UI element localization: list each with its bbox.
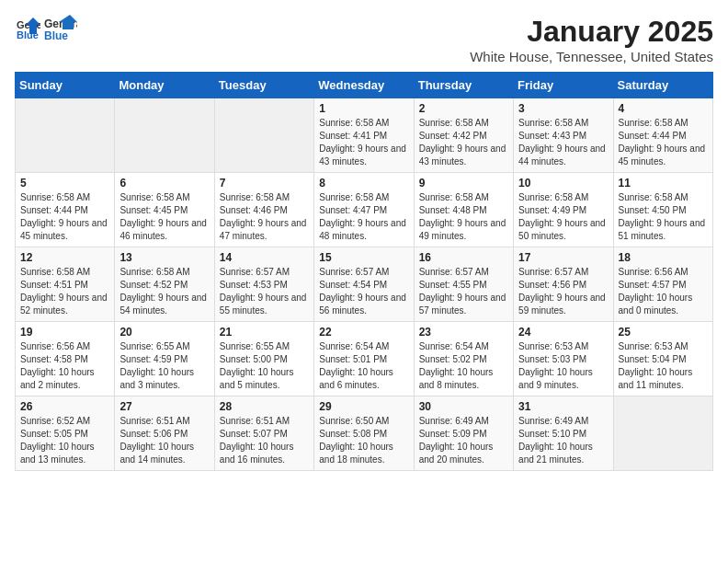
weekday-header-sunday: Sunday [16,73,115,98]
day-info: Sunrise: 6:54 AM Sunset: 5:01 PM Dayligh… [319,340,408,392]
page-header: General Blue General Blue January 2025 W… [15,15,713,64]
month-year-title: January 2025 [470,15,713,49]
day-info: Sunrise: 6:56 AM Sunset: 4:57 PM Dayligh… [619,266,708,317]
day-number: 21 [220,326,309,339]
weekday-header-row: SundayMondayTuesdayWednesdayThursdayFrid… [16,73,713,98]
day-number: 10 [518,177,608,190]
calendar-cell: 25Sunrise: 6:53 AM Sunset: 5:04 PM Dayli… [613,322,712,396]
calendar-cell: 12Sunrise: 6:58 AM Sunset: 4:51 PM Dayli… [16,247,115,322]
calendar-cell: 16Sunrise: 6:57 AM Sunset: 4:55 PM Dayli… [414,247,513,322]
calendar-cell: 20Sunrise: 6:55 AM Sunset: 4:59 PM Dayli… [115,322,214,396]
day-number: 31 [518,400,608,413]
calendar-cell: 17Sunrise: 6:57 AM Sunset: 4:56 PM Dayli… [514,247,613,322]
calendar-cell [16,98,115,173]
day-info: Sunrise: 6:56 AM Sunset: 4:58 PM Dayligh… [20,340,109,392]
calendar-cell [214,98,313,173]
day-info: Sunrise: 6:55 AM Sunset: 5:00 PM Dayligh… [220,340,309,392]
day-number: 17 [518,251,608,264]
day-number: 15 [319,251,408,264]
day-number: 22 [319,326,408,339]
calendar-cell: 9Sunrise: 6:58 AM Sunset: 4:48 PM Daylig… [414,173,513,247]
day-info: Sunrise: 6:58 AM Sunset: 4:49 PM Dayligh… [518,191,608,243]
day-info: Sunrise: 6:57 AM Sunset: 4:53 PM Dayligh… [220,266,309,317]
day-info: Sunrise: 6:58 AM Sunset: 4:41 PM Dayligh… [319,117,408,168]
calendar-cell: 19Sunrise: 6:56 AM Sunset: 4:58 PM Dayli… [16,322,115,396]
day-info: Sunrise: 6:57 AM Sunset: 4:54 PM Dayligh… [319,266,408,317]
day-info: Sunrise: 6:53 AM Sunset: 5:03 PM Dayligh… [518,340,608,392]
calendar-cell: 30Sunrise: 6:49 AM Sunset: 5:09 PM Dayli… [414,396,513,471]
day-info: Sunrise: 6:52 AM Sunset: 5:05 PM Dayligh… [20,415,109,466]
day-number: 27 [119,400,209,413]
day-info: Sunrise: 6:51 AM Sunset: 5:07 PM Dayligh… [220,415,309,466]
calendar-cell: 4Sunrise: 6:58 AM Sunset: 4:44 PM Daylig… [613,98,712,173]
title-block: January 2025 White House, Tennessee, Uni… [470,15,713,64]
logo-blue-text: Blue [44,29,68,42]
day-number: 13 [119,251,209,264]
calendar-cell: 31Sunrise: 6:49 AM Sunset: 5:10 PM Dayli… [514,396,613,471]
calendar-cell: 26Sunrise: 6:52 AM Sunset: 5:05 PM Dayli… [16,396,115,471]
location-subtitle: White House, Tennessee, United States [470,49,713,64]
day-number: 8 [319,177,408,190]
calendar-cell: 6Sunrise: 6:58 AM Sunset: 4:45 PM Daylig… [115,173,214,247]
calendar-cell: 14Sunrise: 6:57 AM Sunset: 4:53 PM Dayli… [214,247,313,322]
day-info: Sunrise: 6:57 AM Sunset: 4:56 PM Dayligh… [518,266,608,317]
calendar-cell: 22Sunrise: 6:54 AM Sunset: 5:01 PM Dayli… [314,322,414,396]
day-info: Sunrise: 6:58 AM Sunset: 4:51 PM Dayligh… [20,266,109,317]
calendar-cell: 24Sunrise: 6:53 AM Sunset: 5:03 PM Dayli… [514,322,613,396]
day-number: 14 [220,251,309,264]
day-number: 26 [20,400,109,413]
day-info: Sunrise: 6:53 AM Sunset: 5:04 PM Dayligh… [619,340,708,392]
calendar-week-row: 26Sunrise: 6:52 AM Sunset: 5:05 PM Dayli… [16,396,713,471]
day-info: Sunrise: 6:49 AM Sunset: 5:10 PM Dayligh… [518,415,608,466]
day-number: 3 [518,102,608,115]
calendar-cell: 21Sunrise: 6:55 AM Sunset: 5:00 PM Dayli… [214,322,313,396]
weekday-header-friday: Friday [514,73,613,98]
calendar-cell: 7Sunrise: 6:58 AM Sunset: 4:46 PM Daylig… [214,173,313,247]
calendar-cell: 2Sunrise: 6:58 AM Sunset: 4:42 PM Daylig… [414,98,513,173]
calendar-cell: 23Sunrise: 6:54 AM Sunset: 5:02 PM Dayli… [414,322,513,396]
day-number: 12 [20,251,109,264]
calendar-cell [613,396,712,471]
day-number: 1 [319,102,408,115]
day-info: Sunrise: 6:50 AM Sunset: 5:08 PM Dayligh… [319,415,408,466]
day-number: 16 [419,251,508,264]
logo-bird-icon: General Blue [44,15,77,42]
calendar-table: SundayMondayTuesdayWednesdayThursdayFrid… [15,72,713,471]
day-info: Sunrise: 6:54 AM Sunset: 5:02 PM Dayligh… [419,340,508,392]
day-info: Sunrise: 6:58 AM Sunset: 4:44 PM Dayligh… [20,191,109,243]
calendar-week-row: 19Sunrise: 6:56 AM Sunset: 4:58 PM Dayli… [16,322,713,396]
calendar-week-row: 12Sunrise: 6:58 AM Sunset: 4:51 PM Dayli… [16,247,713,322]
day-number: 20 [119,326,209,339]
day-info: Sunrise: 6:58 AM Sunset: 4:45 PM Dayligh… [119,191,209,243]
day-info: Sunrise: 6:57 AM Sunset: 4:55 PM Dayligh… [419,266,508,317]
calendar-cell: 3Sunrise: 6:58 AM Sunset: 4:43 PM Daylig… [514,98,613,173]
calendar-cell: 8Sunrise: 6:58 AM Sunset: 4:47 PM Daylig… [314,173,414,247]
day-info: Sunrise: 6:58 AM Sunset: 4:52 PM Dayligh… [119,266,209,317]
day-info: Sunrise: 6:58 AM Sunset: 4:42 PM Dayligh… [419,117,508,168]
calendar-cell [115,98,214,173]
weekday-header-tuesday: Tuesday [214,73,313,98]
day-number: 9 [419,177,508,190]
day-number: 28 [220,400,309,413]
day-number: 18 [619,251,708,264]
logo: General Blue General Blue [15,15,77,42]
calendar-cell: 15Sunrise: 6:57 AM Sunset: 4:54 PM Dayli… [314,247,414,322]
calendar-cell: 18Sunrise: 6:56 AM Sunset: 4:57 PM Dayli… [613,247,712,322]
day-info: Sunrise: 6:58 AM Sunset: 4:46 PM Dayligh… [220,191,309,243]
day-info: Sunrise: 6:55 AM Sunset: 4:59 PM Dayligh… [119,340,209,392]
day-info: Sunrise: 6:49 AM Sunset: 5:09 PM Dayligh… [419,415,508,466]
day-number: 30 [419,400,508,413]
calendar-cell: 5Sunrise: 6:58 AM Sunset: 4:44 PM Daylig… [16,173,115,247]
day-info: Sunrise: 6:58 AM Sunset: 4:48 PM Dayligh… [419,191,508,243]
day-number: 25 [619,326,708,339]
weekday-header-thursday: Thursday [414,73,513,98]
day-number: 19 [20,326,109,339]
calendar-week-row: 5Sunrise: 6:58 AM Sunset: 4:44 PM Daylig… [16,173,713,247]
day-info: Sunrise: 6:58 AM Sunset: 4:47 PM Dayligh… [319,191,408,243]
calendar-cell: 28Sunrise: 6:51 AM Sunset: 5:07 PM Dayli… [214,396,313,471]
day-number: 6 [119,177,209,190]
day-info: Sunrise: 6:58 AM Sunset: 4:43 PM Dayligh… [518,117,608,168]
calendar-cell: 1Sunrise: 6:58 AM Sunset: 4:41 PM Daylig… [314,98,414,173]
day-number: 4 [619,102,708,115]
calendar-cell: 11Sunrise: 6:58 AM Sunset: 4:50 PM Dayli… [613,173,712,247]
